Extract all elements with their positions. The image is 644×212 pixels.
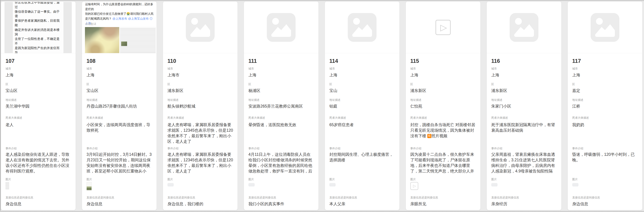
address-label: 地址描述 (6, 98, 72, 102)
deceased-value: 死于浦东医院新冠隔离治疗中，有肾衰高血压封基础病 (491, 122, 557, 133)
district-label: 区 (410, 83, 476, 86)
see-translation-link[interactable]: 查看翻译 (85, 22, 96, 26)
address-label: 地址描述 (572, 98, 638, 102)
address-value: 铂庭 (329, 103, 395, 109)
record-card-116[interactable]: 116 城市 上海 区 浦东新区 地址描述 朱家门小区 死者大体描述 死于浦东医… (486, 2, 562, 210)
image-thumbnail (248, 182, 314, 192)
address-value: 安波路265弄兰花教师公寓南区 (248, 103, 314, 109)
district-value: 杨浦区 (248, 88, 314, 93)
city-value: 上海 (410, 72, 476, 78)
district-value: 宝山 (329, 88, 395, 93)
image-placeholder-icon (510, 13, 538, 42)
district-label: 区 (168, 83, 233, 86)
event-value: 父亲周嘉祖，肾衰且瘫痪在床靠血透维持生命，3.21住进第七人民医院肾病科治疗，由… (491, 152, 557, 174)
direct-label: 直接信息还是间接信息 (86, 196, 152, 199)
event-label: 事件介绍 (86, 147, 152, 150)
deceased-value: 封控，跳楼自杀当场死亡 对面楼邻居只看见听见现场情况，因为集体被封没有下楼 有照… (410, 122, 476, 139)
card-cover (568, 2, 642, 53)
record-number: 111 (248, 58, 314, 64)
address-value: 丹霞山路257弄馨佳园八街坊 (86, 103, 152, 109)
deceased-label: 死者大体描述 (6, 116, 72, 120)
district-value: 嘉定 (572, 88, 638, 93)
direct-value: 我们小区的真实事件 (248, 201, 314, 207)
record-card-107[interactable]: 分左右联系上中华园居委会，通过 微信语音确认了这一事实。由于需 要保护患者家属的… (1, 2, 76, 210)
record-card-110[interactable]: 110 城市 上海市 区 浦东新区 地址描述 航头镇鹤沙航城 死者大体描述 老人… (163, 2, 238, 210)
direct-value: 亲眼所见 (410, 201, 476, 207)
city-label: 城市 (6, 67, 72, 71)
address-label: 地址描述 (491, 98, 557, 102)
city-label: 城市 (329, 67, 395, 71)
record-card-111[interactable]: 111 城市 上海 区 杨浦区 地址描述 安波路265弄兰花教师公寓南区 死者大… (244, 2, 318, 210)
city-label: 城市 (248, 67, 314, 71)
record-number: 115 (410, 58, 476, 64)
direct-value: 身边信息 (6, 201, 72, 207)
event-value: 老人感染后物业街道无人跟进，导致老人在没有救援的情况下去世。另外该小区还有不少阳… (6, 152, 72, 174)
image-placeholder-icon (267, 13, 296, 42)
city-value: 上海 (572, 72, 638, 78)
district-label: 区 (86, 83, 152, 86)
image-thumbnail (491, 182, 557, 192)
image-placeholder-icon (186, 13, 214, 42)
record-number: 114 (329, 58, 395, 64)
district-label: 区 (572, 83, 638, 86)
image-label: 图片 (410, 178, 476, 181)
direct-value: 亲身经历 (491, 201, 557, 207)
window-edge-left (0, 0, 1, 212)
record-number: 117 (572, 58, 638, 64)
event-label: 事件介绍 (572, 147, 638, 150)
image-thumbnail (168, 182, 233, 192)
district-value: 宝山区 (6, 88, 72, 93)
deceased-label: 死者大体描述 (86, 116, 152, 120)
record-card-108[interactable]: 运输有时间，为什么跟居委会的60的菜能到，还好多是烂的 别的区都已经分发过几批物… (82, 2, 157, 210)
window-edge-top (0, 0, 644, 1)
video-play-icon: ▷ (413, 184, 416, 188)
image-thumbnail (572, 182, 638, 192)
event-value: 老人患有哮喘，家属联系居委报备要求就医，12345也表示尽快，但是120依然来不… (168, 152, 233, 174)
address-label: 地址描述 (86, 98, 152, 102)
address-label: 地址描述 (168, 98, 233, 102)
record-card-117[interactable]: 117 城市 上海 区 嘉定 地址描述 江桥 死者大体描述 我奶奶 事件介绍 昏… (568, 2, 642, 210)
address-value: 仁怡苑 (410, 103, 476, 109)
image-placeholder-icon (348, 13, 376, 42)
image-label: 图片 (168, 178, 233, 181)
district-value: 浦东新区 (410, 88, 476, 93)
video-placeholder-icon: ▷ (436, 20, 451, 35)
district-label: 区 (491, 83, 557, 86)
image-label: 图片 (329, 178, 395, 181)
card-cover: ▷ (406, 2, 480, 53)
city-label: 城市 (86, 67, 152, 71)
deceased-value: 65岁癌症患者 (329, 122, 395, 127)
image-placeholder-icon (590, 13, 620, 42)
card-cover (487, 2, 561, 53)
image-thumbnail (86, 182, 152, 192)
address-value: 美兰湖中华园 (6, 103, 72, 109)
image-label: 图片 (572, 178, 638, 181)
direct-value: 身边信息 (86, 201, 152, 207)
direct-label: 直接信息还是间接信息 (6, 196, 72, 199)
address-label: 地址描述 (410, 98, 476, 102)
has-media-badge-icon: 有 (427, 134, 431, 138)
deceased-label: 死者大体描述 (491, 116, 557, 120)
address-value: 航头镇鹤沙航城 (168, 103, 233, 109)
event-label: 事件介绍 (168, 147, 233, 150)
cover-tweet-text: 运输有时间，为什么跟居委会的60的菜能到，还好多是烂的 别的区都已经分发过几批物… (85, 2, 154, 26)
deceased-label: 死者大体描述 (168, 116, 233, 120)
tweet-text: 运输有时间，为什么跟居委会的60的菜能到，还好多是烂的 (85, 3, 153, 11)
window-edge-bottom (0, 210, 644, 212)
record-number: 108 (86, 58, 152, 64)
direct-value: 本人父亲 (329, 201, 395, 207)
event-label: 事件介绍 (6, 147, 72, 150)
record-card-115[interactable]: ▷ 115 城市 上海 区 浦东新区 地址描述 仁怡苑 死者大体描述 封控，跳楼… (406, 2, 480, 210)
cover-screenshot-text: 分左右联系上中华园居委会，通过 微信语音确认了这一事实。由于需 要保护患者家属的… (13, 2, 64, 53)
record-card-114[interactable]: 114 城市 上海 区 宝山 地址描述 铂庭 死者大体描述 65岁癌症患者 事件… (325, 2, 400, 210)
cabbage-photo (85, 27, 119, 53)
deceased-label: 死者大体描述 (329, 116, 395, 120)
district-value: 浦东新区 (491, 88, 557, 93)
image-thumbnail (6, 182, 72, 192)
cover-screenshot-image: 分左右联系上中华园居委会，通过 微信语音确认了这一事实。由于需 要保护患者家属的… (4, 2, 72, 53)
direct-label: 直接信息还是间接信息 (248, 196, 314, 199)
city-value: 上海 (329, 72, 395, 78)
direct-label: 直接信息还是间接信息 (572, 196, 638, 199)
direct-label: 直接信息还是间接信息 (168, 196, 233, 199)
record-number: 116 (491, 58, 557, 64)
